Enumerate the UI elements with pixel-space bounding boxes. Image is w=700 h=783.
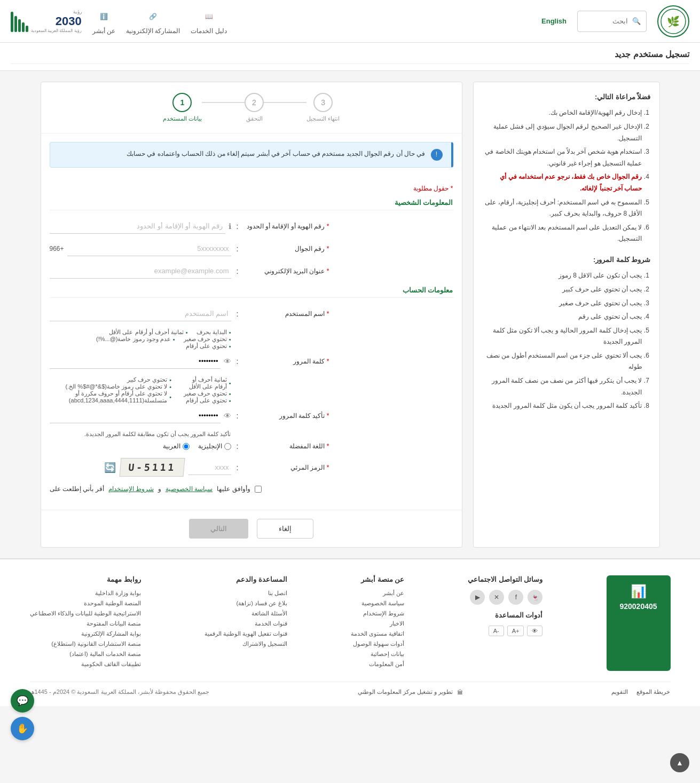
footer-link-4[interactable]: منصة البيانات المفتوحة	[30, 620, 141, 627]
buttons-row: إلغاء التالي	[41, 510, 462, 547]
vision-year: 2030	[31, 14, 82, 28]
language-option-en[interactable]: الإنجليزية	[198, 442, 231, 450]
support-links-list: اتصل بنا بلاغ عن فساد (نزاهة) الأسئلة ال…	[205, 590, 287, 647]
password-input[interactable]	[50, 354, 221, 369]
search-input[interactable]	[591, 17, 628, 25]
email-label: * عنوان البريد الإلكتروني	[243, 267, 329, 275]
step-3-label: انتهاء التسجيل	[306, 115, 340, 122]
password-eye-icon[interactable]: 👁	[224, 357, 231, 366]
youtube-icon[interactable]: ▶	[470, 590, 485, 605]
support-link-4[interactable]: قنوات الخدمة	[205, 620, 287, 627]
footer-link-5[interactable]: بوابة المشاركة الإلكترونية	[30, 630, 141, 637]
footer-link-1[interactable]: بوابة وزارة الداخلية	[30, 590, 141, 597]
footer-top: 📊 920020405 وسائل التواصل الاجتماعي 👻 f …	[30, 575, 671, 682]
support-link-2[interactable]: بلاغ عن فساد (نزاهة)	[205, 600, 287, 607]
confirm-password-row: * تأكيد كلمة المرور : 👁	[50, 408, 453, 423]
about-link-3[interactable]: شروط الإستخدام	[351, 610, 404, 617]
username-hint-5: تحتوي على أرقام	[50, 343, 231, 350]
captcha-input[interactable]	[188, 460, 231, 475]
footer-link-7[interactable]: منصة الخدمات المالية (اعتماد)	[30, 651, 141, 658]
password-hints: ثمانية أحرف أو أرقام على الأقل تحتوي حرف…	[50, 376, 231, 404]
language-option-ar[interactable]: العربية	[163, 442, 190, 450]
username-hints-row3: تحتوي على أرقام	[50, 343, 231, 350]
footer-link-2[interactable]: المنصة الوطنية الموحدة	[30, 600, 141, 607]
nav-participation-label: المشاركة الإلكترونية	[126, 27, 180, 35]
password-rule: تأكيد كلمة المرور يجب أن يكون مثل كلمة ا…	[482, 400, 642, 412]
facebook-icon[interactable]: f	[508, 590, 523, 605]
about-link-8[interactable]: أمن المعلومات	[351, 661, 404, 668]
confirm-password-input[interactable]	[50, 408, 221, 423]
snapchat-icon[interactable]: 👻	[528, 590, 542, 605]
id-input[interactable]	[50, 219, 225, 234]
mobile-input[interactable]	[67, 241, 231, 256]
developer-text: تطوير و تشغيل مركز المعلومات الوطني	[358, 689, 453, 695]
footer-calendar-link[interactable]: التقويم	[611, 689, 628, 695]
footer-link-3[interactable]: الاستراتيجية الوطنية للبيانات والذكاء ال…	[30, 610, 141, 617]
nav-about[interactable]: ℹ️ عن أبشر	[92, 8, 115, 35]
float-buttons: 💬 ✋	[11, 689, 34, 706]
support-link-6[interactable]: التسجيل والاشتراك	[205, 640, 287, 647]
step-1-circle: 1	[172, 93, 192, 112]
steps-bar: 3 انتهاء التسجيل 2 التحقق 1 بيانات المست…	[41, 82, 462, 133]
pw-hint-5: لا تحتوي على رموز خاصة($&*@#$% الخ.)	[50, 383, 172, 390]
about-link-7[interactable]: بيانات إحصائية	[351, 651, 404, 658]
tool-eye[interactable]: 👁	[527, 626, 542, 636]
about-link-5[interactable]: اتفاقية مستوى الخدمة	[351, 630, 404, 637]
captcha-refresh-icon[interactable]: 🔄	[104, 462, 116, 473]
cancel-button[interactable]: إلغاء	[257, 519, 313, 539]
password-row: * كلمة المرور : 👁	[50, 354, 453, 369]
support-link-3[interactable]: الأسئلة الشائعة	[205, 610, 287, 617]
terms-checkbox[interactable]	[255, 486, 262, 493]
instructions-title: فضلاً مراعاة التالي:	[482, 91, 651, 103]
username-hint-3: تحتوي حرف صغير	[184, 336, 231, 343]
next-button[interactable]: التالي	[189, 519, 248, 539]
bar3	[18, 19, 21, 32]
svg-text:🌿: 🌿	[667, 15, 680, 28]
support-link-1[interactable]: اتصل بنا	[205, 590, 287, 597]
step-3-circle: 3	[313, 93, 333, 112]
password-rule: يجب أن تكون على الاقل 8 رموز	[482, 270, 642, 282]
password-rule: يجب إدخال كلمة المرور الحالية و يجب ألا …	[482, 325, 642, 348]
footer-link-6[interactable]: منصة الاستشارات القانونية (استطلاع)	[30, 640, 141, 647]
privacy-link[interactable]: سياسة الخصوصية	[166, 485, 213, 493]
pw-hint-3: تحتوي على أرقام	[182, 397, 231, 404]
terms-link[interactable]: شروط الإستخدام	[108, 485, 154, 493]
id-info-icon[interactable]: ℹ	[229, 222, 231, 231]
language-row: * اللغة المفضلة : الإنجليزية العربية	[50, 442, 453, 450]
instructions-list: إدخال رقم الهوية/الإقامة الخاص بك. الإدخ…	[482, 107, 651, 245]
language-radio-en[interactable]	[224, 443, 231, 450]
username-row: * اسم المستخدم :	[50, 306, 453, 321]
about-link-1[interactable]: عن أبشر	[351, 590, 404, 597]
about-link-6[interactable]: أدوات سهولة الوصول	[351, 640, 404, 647]
content-area: فضلاً مراعاة التالي: إدخال رقم الهوية/ال…	[30, 71, 671, 558]
footer-phone: 920020405	[615, 602, 662, 611]
info-icon: ℹ️	[95, 8, 112, 25]
email-input[interactable]	[50, 264, 231, 279]
about-link-2[interactable]: سياسة الخصوصية	[351, 600, 404, 607]
english-link[interactable]: English	[541, 17, 567, 25]
twitter-x-icon[interactable]: ✕	[489, 590, 504, 605]
tool-font-minus[interactable]: -A	[489, 626, 504, 636]
about-link-4[interactable]: الاخبار	[351, 620, 404, 627]
username-hint-4: عدم وجود رموز خاصة(@...%!)	[96, 336, 175, 343]
footer-brand-icon: 📊	[615, 584, 662, 599]
footer-sitemap-link[interactable]: خريطة الموقع	[636, 689, 670, 695]
support-link-5[interactable]: قنوات تفعيل الهوية الوطنية الرقمية	[205, 630, 287, 637]
help-chat-button[interactable]: 💬	[11, 689, 34, 706]
username-hint-2: ثمانية أحرف أو أرقام على الأقل	[109, 329, 187, 336]
username-hint-1: البداية بحرف	[196, 329, 231, 336]
nav-participation[interactable]: 🔗 المشاركة الإلكترونية	[126, 8, 180, 35]
nav-guide[interactable]: 📖 دليل الخدمات	[191, 8, 226, 35]
search-box[interactable]: 🔍	[577, 11, 647, 32]
password-hints-col1: ثمانية أحرف أو أرقام على الأقل تحتوي حرف…	[182, 376, 231, 404]
username-input-wrap	[50, 306, 231, 321]
bar4	[14, 16, 17, 32]
tool-font-plus[interactable]: +A	[507, 626, 524, 636]
confirm-password-eye-icon[interactable]: 👁	[224, 412, 231, 420]
username-label: * اسم المستخدم	[243, 310, 329, 318]
username-input[interactable]	[50, 306, 231, 321]
about-links-list: عن أبشر سياسة الخصوصية شروط الإستخدام ال…	[351, 590, 404, 668]
bar1	[26, 26, 28, 32]
footer-link-8[interactable]: تطبيقات القائف الحكومية	[30, 661, 141, 668]
language-radio-ar[interactable]	[183, 443, 190, 450]
